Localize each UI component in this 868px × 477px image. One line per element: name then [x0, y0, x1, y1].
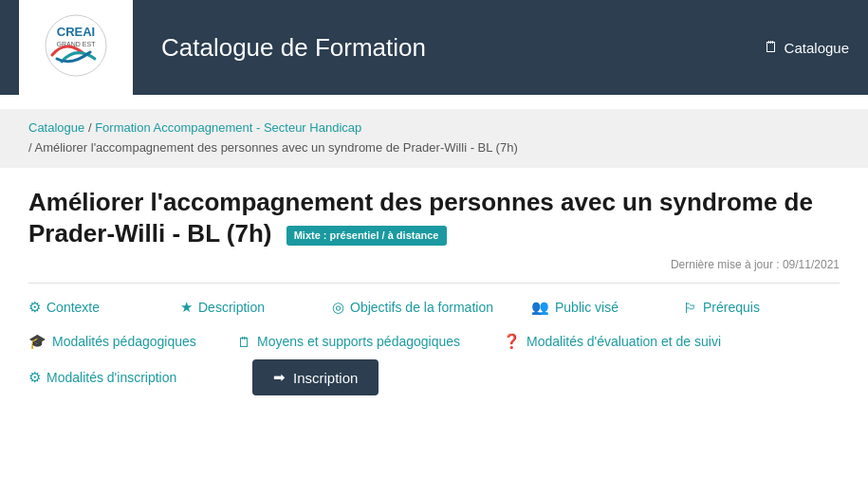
page-title-line2: Prader-Willi - BL (7h)	[28, 219, 271, 248]
nav-evaluation-label: Modalités d'évaluation et de suivi	[526, 334, 721, 349]
target-icon: ◎	[332, 299, 344, 316]
nav-prerequis[interactable]: 🏳 Prérequis	[683, 291, 835, 323]
breadcrumb: Catalogue / Formation Accompagnement - S…	[28, 119, 840, 158]
nav-public-vise-label: Public visé	[555, 300, 619, 315]
inscription-icon: ➡	[273, 369, 286, 386]
format-badge: Mixte : présentiel / à distance	[286, 226, 447, 245]
nav-row-3: ⚙ Modalités d'inscription ➡ Inscription	[28, 359, 840, 395]
nav-objectifs-label: Objectifs de la formation	[350, 300, 493, 315]
nav-evaluation[interactable]: ❓ Modalités d'évaluation et de suivi	[503, 325, 749, 358]
nav-contexte[interactable]: ⚙ Contexte	[28, 291, 180, 323]
graduation-icon: 🎓	[28, 333, 46, 350]
catalogue-icon: 🗒	[764, 39, 779, 56]
header-catalogue-label: Catalogue	[785, 40, 849, 56]
site-header: CREAI GRAND EST Catalogue de Formation 🗒…	[0, 0, 868, 95]
flag-icon: 🏳	[683, 300, 697, 316]
nav-description[interactable]: ★ Description	[180, 291, 332, 323]
gear-icon-2: ⚙	[28, 369, 41, 386]
divider-1	[28, 283, 840, 284]
page-title: Améliorer l'accompagnement des personnes…	[28, 187, 840, 251]
last-update-label: Dernière mise à jour :	[671, 258, 780, 271]
nav-moyens-label: Moyens et supports pédagogiques	[257, 334, 460, 349]
inscription-button[interactable]: ➡ Inscription	[252, 359, 379, 395]
site-title: Catalogue de Formation	[161, 33, 764, 63]
star-icon: ★	[180, 299, 193, 316]
nav-prerequis-label: Prérequis	[703, 300, 760, 315]
nav-public-vise[interactable]: 👥 Public visé	[531, 291, 683, 323]
group-icon: 👥	[531, 299, 549, 316]
nav-modalites-inscription[interactable]: ⚙ Modalités d'inscription	[28, 361, 237, 394]
question-icon: ❓	[503, 333, 521, 350]
inscription-label: Inscription	[293, 370, 358, 386]
nav-inscription-label: Modalités d'inscription	[46, 370, 176, 385]
nav-modalites-pedagogiques[interactable]: 🎓 Modalités pédagogiques	[28, 325, 237, 358]
page-title-line1: Améliorer l'accompagnement des personnes…	[28, 188, 813, 216]
svg-text:CREAI: CREAI	[57, 25, 95, 39]
breadcrumb-area: Catalogue / Formation Accompagnement - S…	[0, 109, 868, 168]
nav-modalites-ped-label: Modalités pédagogiques	[52, 334, 196, 349]
nav-row-1: ⚙ Contexte ★ Description ◎ Objectifs de …	[28, 291, 840, 323]
logo-image: CREAI GRAND EST	[33, 9, 119, 85]
nav-row-2: 🎓 Modalités pédagogiques 🗒 Moyens et sup…	[28, 325, 840, 358]
nav-contexte-label: Contexte	[46, 300, 100, 315]
breadcrumb-link-formation[interactable]: Formation Accompagnement - Secteur Handi…	[95, 120, 361, 135]
gear-icon: ⚙	[28, 299, 41, 316]
nav-moyens-supports[interactable]: 🗒 Moyens et supports pédagogiques	[237, 325, 503, 358]
logo-box: CREAI GRAND EST	[19, 0, 133, 95]
document-icon: 🗒	[237, 334, 251, 350]
nav-objectifs[interactable]: ◎ Objectifs de la formation	[332, 291, 531, 323]
header-catalogue-link[interactable]: 🗒 Catalogue	[764, 39, 849, 56]
last-update: Dernière mise à jour : 09/11/2021	[28, 258, 840, 271]
last-update-date: 09/11/2021	[783, 258, 840, 271]
breadcrumb-current: / Améliorer l'accompagnement des personn…	[28, 140, 518, 155]
breadcrumb-link-catalogue[interactable]: Catalogue	[28, 120, 84, 135]
nav-description-label: Description	[198, 300, 265, 315]
main-content: Améliorer l'accompagnement des personnes…	[0, 168, 868, 417]
